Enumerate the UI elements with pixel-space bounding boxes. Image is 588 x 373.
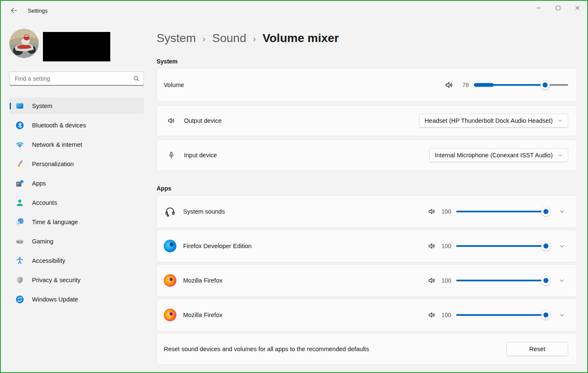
page-title: Volume mixer [263, 32, 339, 45]
sidebar-item-label: Gaming [32, 238, 53, 245]
app-volume-value: 100 [441, 312, 451, 318]
window-title: Settings [28, 8, 48, 14]
sidebar-nav: System Bluetooth & devices Network & int… [9, 98, 144, 308]
slider-thumb[interactable] [540, 80, 550, 90]
firefox-icon [164, 274, 176, 287]
window-controls [529, 1, 587, 15]
user-name-redacted [43, 32, 110, 61]
firefox-developer-icon [164, 240, 176, 252]
back-arrow-icon [10, 7, 18, 14]
speaker-icon [428, 276, 436, 285]
output-device-label: Output device [184, 117, 221, 124]
sidebar-item-system[interactable]: System [9, 98, 144, 114]
app-name: System sounds [183, 208, 225, 215]
app-name: Mozilla Firefox [183, 277, 222, 284]
maximize-icon [556, 5, 561, 11]
search-input[interactable] [9, 71, 144, 86]
slider-fill [456, 314, 546, 316]
sidebar-item-label: Personalization [32, 161, 74, 167]
chevron-down-icon [558, 153, 563, 158]
breadcrumb-sound[interactable]: Sound [212, 32, 246, 45]
reset-button[interactable]: Reset [506, 342, 568, 356]
system-volume-slider[interactable] [474, 80, 568, 90]
output-device-row: Output device Headset (HP Thunderbolt Do… [157, 105, 577, 136]
input-device-selected: Internal Microphone (Conexant ISST Audio… [435, 152, 553, 159]
breadcrumb: System › Sound › Volume mixer [157, 30, 577, 46]
sidebar-item-network-internet[interactable]: Network & internet [9, 136, 144, 153]
sidebar-item-bluetooth-devices[interactable]: Bluetooth & devices [9, 117, 144, 134]
accounts-icon [15, 198, 24, 207]
app-row-mozilla-firefox: Mozilla Firefox 100 [157, 264, 577, 297]
privacy-security-icon [15, 275, 24, 285]
app-volume-value: 100 [441, 277, 451, 284]
speaker-icon [428, 311, 436, 319]
expand-row-button[interactable] [556, 274, 568, 287]
reset-description: Reset sound devices and volumes for all … [164, 346, 369, 352]
output-device-selected: Headset (HP Thunderbolt Dock Audio Heads… [425, 117, 553, 124]
chevron-down-icon [558, 118, 563, 123]
expand-row-button[interactable] [556, 309, 568, 321]
sidebar-item-label: Network & internet [32, 141, 82, 148]
sidebar-item-label: Privacy & security [32, 277, 80, 283]
time-language-icon [15, 217, 24, 227]
slider-thumb[interactable] [541, 207, 551, 216]
volume-value: 78 [459, 82, 469, 88]
app-volume-value: 100 [441, 243, 451, 249]
sidebar-item-label: Time & language [32, 219, 78, 225]
app-volume-slider[interactable] [456, 241, 551, 251]
sidebar-item-windows-update[interactable]: Windows Update [9, 291, 144, 308]
slider-thumb[interactable] [541, 276, 551, 285]
sidebar-item-label: Windows Update [32, 296, 78, 303]
sidebar: System Bluetooth & devices Network & int… [1, 20, 152, 372]
speaker-icon [167, 116, 176, 125]
sidebar-item-gaming[interactable]: Gaming [9, 233, 144, 250]
reset-row: Reset sound devices and volumes for all … [157, 333, 577, 365]
minimize-icon [536, 5, 541, 11]
app-volume-value: 100 [441, 208, 451, 215]
sidebar-item-personalization[interactable]: Personalization [9, 156, 144, 172]
system-volume-row: Volume 78 [157, 68, 577, 102]
slider-thumb[interactable] [541, 310, 551, 320]
input-device-label: Input device [184, 152, 217, 159]
sidebar-item-accounts[interactable]: Accounts [9, 194, 144, 211]
slider-fill [456, 245, 546, 247]
settings-window: Settings [0, 0, 588, 373]
sidebar-item-label: System [32, 103, 52, 109]
close-icon [575, 5, 580, 11]
close-button[interactable] [568, 1, 587, 15]
sidebar-item-apps[interactable]: Apps [9, 175, 144, 192]
slider-thumb[interactable] [541, 241, 551, 251]
back-button[interactable] [7, 4, 21, 17]
expand-row-button[interactable] [556, 205, 568, 218]
section-header-system: System [157, 58, 577, 65]
sidebar-item-time-language[interactable]: Time & language [9, 214, 144, 230]
speaker-icon [428, 242, 436, 250]
avatar [9, 29, 39, 58]
app-name: Mozilla Firefox [183, 312, 222, 318]
app-volume-slider[interactable] [456, 310, 551, 320]
section-header-apps: Apps [157, 185, 577, 192]
breadcrumb-system[interactable]: System [157, 32, 196, 45]
app-volume-slider[interactable] [456, 206, 551, 217]
breadcrumb-separator: › [202, 33, 205, 44]
sidebar-item-accessibility[interactable]: Accessibility [9, 252, 144, 269]
app-name: Firefox Developer Edition [183, 243, 252, 249]
accessibility-icon [15, 256, 24, 265]
input-device-row: Input device Internal Microphone (Conexa… [157, 140, 577, 171]
sidebar-item-label: Accounts [32, 199, 57, 206]
maximize-button[interactable] [548, 1, 568, 15]
slider-fill [456, 211, 546, 212]
search-icon [133, 75, 140, 82]
slider-fill-head [474, 83, 494, 87]
firefox-icon [164, 309, 176, 321]
sidebar-item-label: Apps [32, 180, 46, 187]
main-content: System › Sound › Volume mixer System Vol… [152, 20, 587, 372]
sidebar-item-privacy-security[interactable]: Privacy & security [9, 272, 144, 288]
expand-row-button[interactable] [556, 240, 568, 252]
chevron-down-icon [559, 209, 565, 214]
app-row-mozilla-firefox: Mozilla Firefox 100 [157, 299, 577, 331]
input-device-dropdown[interactable]: Internal Microphone (Conexant ISST Audio… [429, 148, 568, 162]
output-device-dropdown[interactable]: Headset (HP Thunderbolt Dock Audio Heads… [419, 114, 568, 128]
minimize-button[interactable] [529, 1, 548, 15]
app-volume-slider[interactable] [456, 275, 551, 286]
